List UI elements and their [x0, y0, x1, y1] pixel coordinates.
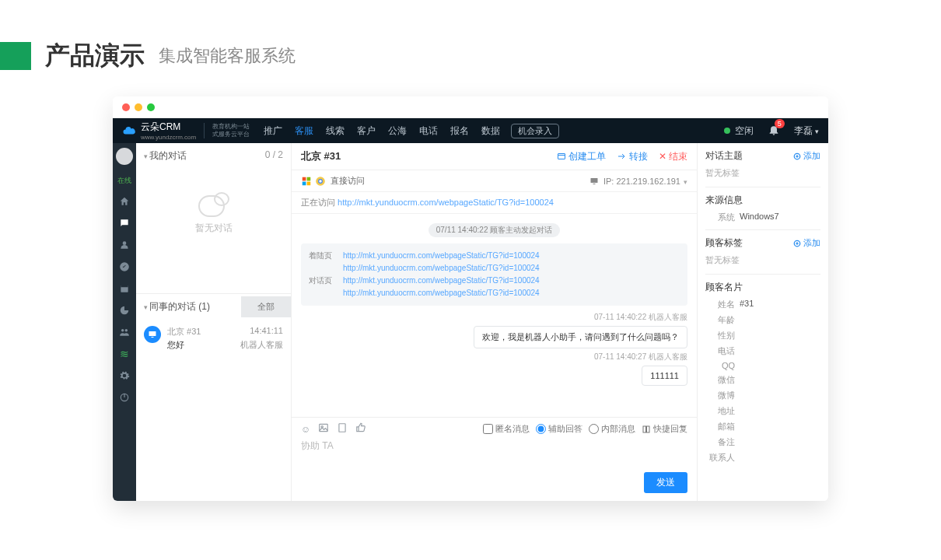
side-panel: 对话主题 添加 暂无标签 来源信息 系统Windows7 顾客标签 添加 暂无标…: [698, 143, 828, 501]
dialog-link[interactable]: http://mkt.yunduocrm.com/webpageStatic/T…: [343, 275, 540, 287]
svg-rect-12: [152, 337, 154, 338]
landing-link[interactable]: http://mkt.yunduocrm.com/webpageStatic/T…: [343, 262, 540, 275]
add-tag-button[interactable]: 添加: [793, 237, 820, 249]
msg-meta: 07-11 14:40:27 机器人客服: [301, 352, 687, 362]
zoom-dot[interactable]: [147, 103, 155, 111]
landing-link[interactable]: http://mkt.yunduocrm.com/webpageStatic/T…: [343, 250, 540, 262]
card-label: 顾客名片: [705, 281, 743, 294]
svg-rect-26: [643, 426, 646, 432]
svg-rect-13: [558, 153, 565, 159]
nav-service[interactable]: 客服: [295, 124, 313, 138]
card-key: 备注: [705, 436, 735, 448]
notification-badge: 5: [775, 119, 785, 128]
quick-icon: [642, 425, 651, 434]
visiting-link[interactable]: http://mkt.yunduocrm.com/webpageStatic/T…: [338, 198, 554, 207]
assist-radio[interactable]: 辅助回答: [536, 423, 582, 435]
calendar-icon[interactable]: [118, 282, 131, 295]
conversation-item[interactable]: 北京 #3114:41:11 您好机器人客服: [136, 320, 291, 357]
conversation-column: ▾我的对话 0 / 2 暂无对话 ▾同事的对话 (1) 全部 北京 #3114:…: [136, 143, 292, 501]
user-icon[interactable]: [118, 239, 131, 251]
page-subtitle: 集成智能客服系统: [159, 44, 296, 68]
minimize-dot[interactable]: [135, 103, 142, 111]
composer: ☺ 匿名消息 辅助回答 内部消息 快捷回复 发送: [292, 417, 697, 501]
svg-rect-6: [121, 285, 128, 287]
left-rail: 在线 ≋: [113, 143, 136, 501]
send-button[interactable]: 发送: [644, 472, 687, 493]
end-button[interactable]: ✕ 结束: [659, 150, 687, 163]
brand-name: 云朵CRM: [141, 121, 196, 134]
power-icon[interactable]: [118, 391, 131, 404]
dialog-link[interactable]: http://mkt.yunduocrm.com/webpageStatic/T…: [343, 287, 540, 299]
msg-meta: 07-11 14:40:22 机器人客服: [301, 312, 687, 323]
piechart-icon[interactable]: [118, 304, 131, 317]
page-title: 产品演示: [45, 39, 145, 73]
card-key: 邮箱: [705, 421, 735, 432]
source-label: 来源信息: [705, 194, 743, 207]
chat-icon[interactable]: [118, 217, 131, 229]
anon-checkbox[interactable]: 匿名消息: [483, 423, 530, 435]
my-conv-count: 0 / 2: [265, 149, 283, 163]
attachment-icon[interactable]: [337, 422, 348, 436]
add-topic-button[interactable]: 添加: [793, 150, 820, 162]
card-key: 性别: [705, 330, 735, 341]
notifications-button[interactable]: 5: [768, 124, 780, 138]
nav-phone[interactable]: 电话: [419, 124, 438, 138]
quick-reply-button[interactable]: 快捷回复: [642, 423, 687, 435]
avatar[interactable]: [116, 148, 133, 165]
monitor-small-icon: [589, 177, 599, 186]
close-dot[interactable]: [122, 103, 130, 111]
nav-pool[interactable]: 公海: [388, 124, 407, 138]
ip-info[interactable]: IP: 221.219.162.191▾: [589, 177, 687, 186]
message-input[interactable]: [301, 440, 687, 451]
direct-visit-label: 直接访问: [331, 175, 365, 187]
svg-rect-15: [307, 177, 311, 180]
nav-signup[interactable]: 报名: [450, 124, 469, 138]
svg-point-1: [124, 222, 124, 222]
thumbs-up-icon[interactable]: [355, 422, 366, 436]
ticket-icon: [557, 152, 566, 161]
nav-promo[interactable]: 推广: [264, 124, 282, 138]
app-window: 云朵CRM www.yundzcrm.com 教育机构一站式服务云平台 推广 客…: [113, 96, 828, 501]
user-menu[interactable]: 李磊 ▾: [794, 124, 819, 138]
my-conv-label[interactable]: ▾我的对话: [144, 149, 187, 163]
brand-logo[interactable]: 云朵CRM www.yundzcrm.com 教育机构一站式服务云平台: [122, 121, 250, 141]
card-key: 微博: [705, 390, 735, 401]
status-idle[interactable]: 空闲: [724, 124, 754, 138]
nav-customers[interactable]: 客户: [357, 124, 376, 138]
svg-point-8: [125, 329, 128, 332]
tags-label: 顾客标签: [705, 236, 743, 250]
top-nav: 云朵CRM www.yundzcrm.com 教育机构一站式服务云平台 推广 客…: [113, 118, 828, 143]
status-dot-icon: [724, 128, 730, 134]
wifi-icon[interactable]: ≋: [118, 348, 131, 360]
plus-circle-icon: [793, 152, 801, 160]
nav-leads[interactable]: 线索: [326, 124, 345, 138]
record-opportunity-button[interactable]: 机会录入: [511, 124, 559, 138]
transfer-icon: [617, 152, 626, 161]
chrome-icon: [315, 176, 326, 187]
monitor-icon: [144, 326, 161, 343]
link-info-box: 着陆页http://mkt.yunduocrm.com/webpageStati…: [301, 243, 687, 306]
brand-url: www.yundzcrm.com: [141, 134, 196, 141]
all-tab[interactable]: 全部: [241, 296, 291, 317]
card-value[interactable]: #31: [740, 299, 754, 310]
team-icon[interactable]: [118, 326, 131, 338]
gear-icon[interactable]: [118, 369, 131, 382]
svg-rect-17: [307, 181, 311, 185]
message-bubble: 111111: [642, 366, 687, 386]
transfer-button[interactable]: 转接: [617, 150, 647, 163]
chat-scroll-area[interactable]: 07/11 14:40:22 顾客主动发起对话 着陆页http://mkt.yu…: [292, 214, 697, 417]
check-icon[interactable]: [118, 261, 131, 273]
svg-rect-11: [149, 331, 156, 336]
topic-label: 对话主题: [705, 149, 743, 163]
peer-conv-label[interactable]: ▾同事的对话 (1): [136, 294, 241, 320]
image-icon[interactable]: [318, 422, 329, 436]
close-icon: ✕: [659, 151, 666, 162]
internal-radio[interactable]: 内部消息: [589, 423, 635, 435]
svg-point-7: [121, 329, 124, 332]
accent-bar: [0, 42, 31, 70]
nav-data[interactable]: 数据: [481, 124, 500, 138]
home-icon[interactable]: [118, 195, 131, 208]
create-ticket-button[interactable]: 创建工单: [557, 150, 606, 163]
emoji-icon[interactable]: ☺: [301, 424, 310, 435]
svg-point-20: [319, 180, 322, 183]
